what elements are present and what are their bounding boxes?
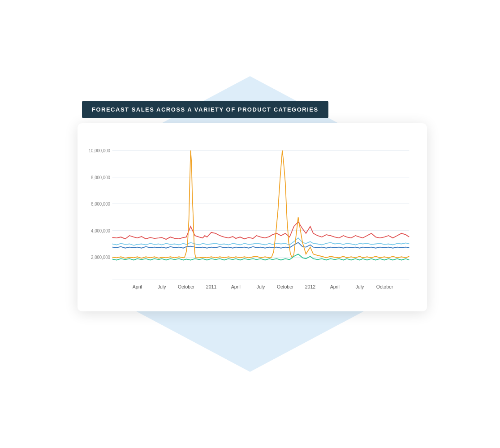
svg-text:October: October (178, 284, 195, 289)
svg-text:July: July (158, 284, 166, 289)
chart-svg: 10,000,000 8,000,000 6,000,000 4,000,000… (86, 137, 414, 302)
svg-text:April: April (133, 284, 142, 289)
svg-text:October: October (277, 284, 294, 289)
svg-text:July: July (257, 284, 265, 289)
light-blue-series (112, 238, 409, 245)
svg-text:2,000,000: 2,000,000 (91, 255, 110, 260)
svg-text:2011: 2011 (206, 284, 217, 289)
svg-text:April: April (231, 284, 241, 289)
svg-text:July: July (356, 284, 364, 289)
svg-text:4,000,000: 4,000,000 (91, 228, 110, 233)
scene: FORECAST SALES ACROSS A VARIETY OF PRODU… (48, 22, 452, 426)
chart-card: 10,000,000 8,000,000 6,000,000 4,000,000… (78, 123, 427, 311)
svg-text:8,000,000: 8,000,000 (91, 175, 110, 180)
svg-text:6,000,000: 6,000,000 (91, 202, 110, 207)
chart-title: FORECAST SALES ACROSS A VARIETY OF PRODU… (82, 101, 328, 118)
svg-text:October: October (376, 284, 393, 289)
svg-text:April: April (330, 284, 340, 289)
svg-text:2012: 2012 (305, 284, 316, 289)
svg-text:10,000,000: 10,000,000 (89, 148, 110, 153)
orange-series (112, 151, 409, 258)
